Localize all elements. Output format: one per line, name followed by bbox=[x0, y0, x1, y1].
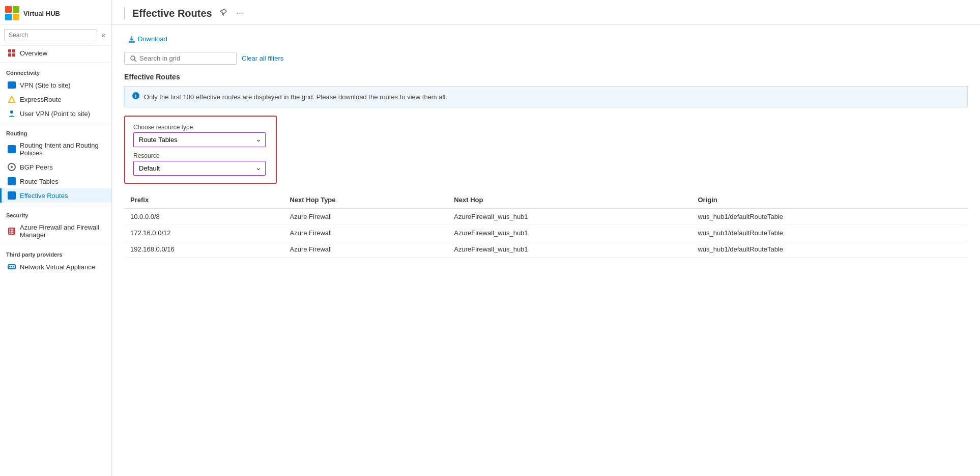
sidebar-item-label: Network Virtual Appliance bbox=[20, 263, 95, 271]
search-icon bbox=[130, 55, 137, 62]
sidebar-item-label: VPN (Site to site) bbox=[20, 81, 71, 89]
section-label-connectivity: Connectivity bbox=[0, 65, 111, 78]
info-message: Only the first 100 effective routes are … bbox=[144, 93, 447, 101]
overview-icon bbox=[8, 49, 16, 57]
sidebar-search-row: « bbox=[0, 25, 111, 46]
cell-origin[interactable]: wus_hub1/defaultRouteTable bbox=[691, 208, 968, 225]
cell-prefix: 10.0.0.0/8 bbox=[124, 208, 283, 225]
section-label-routing: Routing bbox=[0, 125, 111, 138]
main-body: Download Clear all filters Effective Rou… bbox=[112, 25, 980, 476]
section-label-third-party: Third party providers bbox=[0, 246, 111, 260]
svg-rect-7 bbox=[8, 145, 16, 153]
svg-rect-11 bbox=[8, 191, 16, 200]
svg-point-9 bbox=[11, 166, 13, 168]
info-icon: i bbox=[132, 92, 140, 102]
app-title: Virtual HUB bbox=[23, 10, 60, 17]
col-next-hop: Next Hop bbox=[448, 192, 691, 208]
resource-type-label: Choose resource type bbox=[133, 124, 268, 131]
cell-next-hop[interactable]: AzureFirewall_wus_hub1 bbox=[448, 241, 691, 258]
svg-rect-3 bbox=[12, 53, 15, 57]
table-row: 172.16.0.0/12 Azure Firewall AzureFirewa… bbox=[124, 225, 968, 241]
sidebar-item-routing-intent[interactable]: Routing Intent and Routing Policies bbox=[0, 138, 111, 160]
svg-point-19 bbox=[11, 266, 13, 268]
table-head: Prefix Next Hop Type Next Hop Origin bbox=[124, 192, 968, 208]
resource-type-field: Choose resource type Route Tables VPN Ga… bbox=[133, 124, 268, 147]
section-title: Effective Routes bbox=[124, 73, 968, 81]
uservpn-icon bbox=[8, 109, 16, 118]
sidebar-item-bgp[interactable]: BGP Peers bbox=[0, 160, 111, 174]
routing-intent-icon bbox=[8, 145, 16, 153]
col-origin: Origin bbox=[691, 192, 968, 208]
table-header-row: Prefix Next Hop Type Next Hop Origin bbox=[124, 192, 968, 208]
collapse-button[interactable]: « bbox=[99, 30, 107, 40]
search-grid-input[interactable] bbox=[139, 54, 231, 62]
cell-prefix: 172.16.0.0/12 bbox=[124, 225, 283, 241]
expressroute-icon bbox=[8, 95, 16, 103]
download-label: Download bbox=[138, 35, 167, 43]
sidebar-item-label: User VPN (Point to site) bbox=[20, 110, 90, 118]
svg-text:i: i bbox=[135, 93, 137, 99]
sidebar-item-route-tables[interactable]: Route Tables bbox=[0, 174, 111, 188]
resource-type-select-wrapper: Route Tables VPN Gateway ExpressRoute Ga… bbox=[133, 132, 266, 147]
cell-prefix: 192.168.0.0/16 bbox=[124, 241, 283, 258]
sidebar-item-label: BGP Peers bbox=[20, 163, 53, 171]
resource-select[interactable]: Default Hub Route Table bbox=[133, 161, 266, 176]
svg-point-18 bbox=[9, 266, 11, 268]
svg-rect-4 bbox=[8, 81, 16, 89]
main-content: Effective Routes ··· Download bbox=[112, 0, 980, 476]
bgp-icon bbox=[8, 163, 16, 171]
effective-routes-icon bbox=[8, 191, 16, 200]
table-body: 10.0.0.0/8 Azure Firewall AzureFirewall_… bbox=[124, 208, 968, 258]
sidebar-item-effective-routes[interactable]: Effective Routes bbox=[0, 188, 111, 203]
sidebar-item-label: Route Tables bbox=[20, 178, 59, 185]
svg-point-6 bbox=[10, 110, 13, 114]
divider-security bbox=[0, 205, 111, 205]
sidebar-item-label: Azure Firewall and Firewall Manager bbox=[20, 223, 105, 239]
routes-table: Prefix Next Hop Type Next Hop Origin 10.… bbox=[124, 192, 968, 258]
col-prefix: Prefix bbox=[124, 192, 283, 208]
cell-next-hop-type: Azure Firewall bbox=[283, 225, 448, 241]
sidebar-item-firewall[interactable]: Azure Firewall and Firewall Manager bbox=[0, 220, 111, 242]
cell-next-hop[interactable]: AzureFirewall_wus_hub1 bbox=[448, 225, 691, 241]
cell-origin[interactable]: wus_hub1/defaultRouteTable bbox=[691, 241, 968, 258]
table-row: 10.0.0.0/8 Azure Firewall AzureFirewall_… bbox=[124, 208, 968, 225]
resource-field: Resource Default Hub Route Table bbox=[133, 152, 268, 176]
divider-connectivity bbox=[0, 62, 111, 63]
svg-rect-1 bbox=[12, 49, 15, 52]
page-title: Effective Routes bbox=[132, 8, 212, 19]
clear-filters-button[interactable]: Clear all filters bbox=[242, 54, 283, 62]
table-row: 192.168.0.0/16 Azure Firewall AzureFirew… bbox=[124, 241, 968, 258]
sidebar-item-overview[interactable]: Overview bbox=[0, 46, 111, 60]
route-tables-icon bbox=[8, 177, 16, 185]
sidebar-item-label: Overview bbox=[20, 49, 47, 57]
resource-label: Resource bbox=[133, 152, 268, 159]
svg-rect-2 bbox=[8, 53, 11, 57]
search-input[interactable] bbox=[4, 29, 97, 41]
svg-rect-0 bbox=[8, 49, 11, 52]
vpn-icon bbox=[8, 81, 16, 89]
sidebar-item-label: Routing Intent and Routing Policies bbox=[20, 142, 105, 157]
svg-point-21 bbox=[131, 56, 135, 60]
sidebar-item-nva[interactable]: Network Virtual Appliance bbox=[0, 260, 111, 274]
more-options-button[interactable]: ··· bbox=[235, 8, 245, 19]
cell-next-hop[interactable]: AzureFirewall_wus_hub1 bbox=[448, 208, 691, 225]
svg-point-20 bbox=[13, 266, 15, 268]
pin-button[interactable] bbox=[217, 7, 229, 19]
sidebar: Virtual HUB « Overview Connectivity VPN … bbox=[0, 0, 112, 476]
divider-routing bbox=[0, 123, 111, 123]
section-label-security: Security bbox=[0, 207, 111, 220]
svg-line-22 bbox=[134, 60, 136, 62]
filter-row: Clear all filters bbox=[124, 52, 968, 65]
page-header: Effective Routes ··· bbox=[112, 0, 980, 25]
sidebar-item-label: Effective Routes bbox=[20, 192, 68, 200]
download-button[interactable]: Download bbox=[124, 33, 171, 45]
firewall-icon bbox=[8, 227, 16, 235]
cell-origin[interactable]: wus_hub1/defaultRouteTable bbox=[691, 225, 968, 241]
nva-icon bbox=[8, 263, 16, 271]
sidebar-item-expressroute[interactable]: ExpressRoute bbox=[0, 92, 111, 106]
sidebar-item-vpn[interactable]: VPN (Site to site) bbox=[0, 78, 111, 92]
cell-next-hop-type: Azure Firewall bbox=[283, 241, 448, 258]
resource-type-select[interactable]: Route Tables VPN Gateway ExpressRoute Ga… bbox=[133, 132, 266, 147]
sidebar-item-uservpn[interactable]: User VPN (Point to site) bbox=[0, 106, 111, 121]
header-divider bbox=[124, 7, 125, 19]
